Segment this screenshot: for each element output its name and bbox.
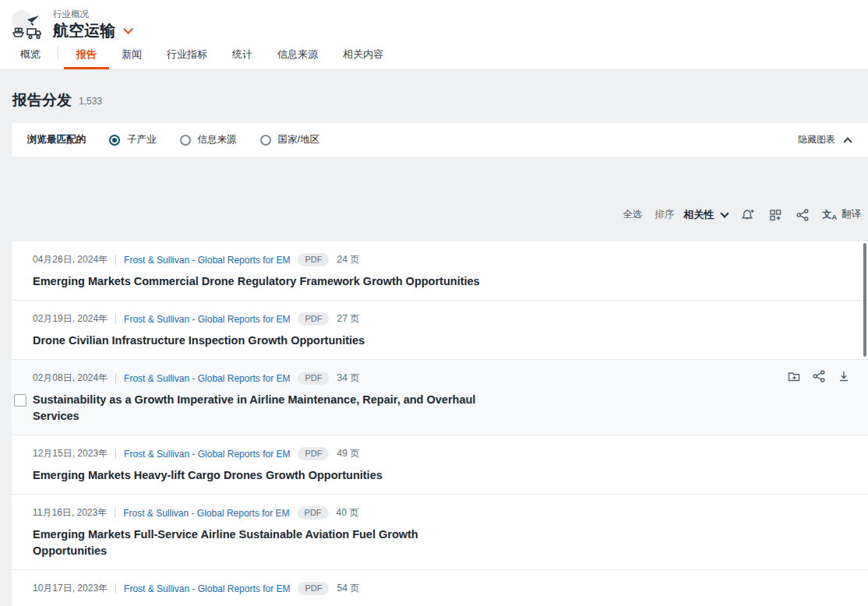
tab-label: 新闻	[122, 48, 142, 60]
report-source-link[interactable]: Frost & Sullivan - Global Reports for EM	[124, 373, 290, 384]
download-icon[interactable]	[837, 369, 851, 383]
tab-label: 报告	[76, 48, 97, 60]
report-meta: 12月15日, 2023年 Frost & Sullivan - Global …	[33, 447, 774, 460]
format-badge: PDF	[298, 506, 329, 520]
grid-add-icon[interactable]	[767, 207, 782, 222]
report-distribution-heading: 报告分发 1,533	[12, 92, 102, 108]
radio-icon	[260, 135, 271, 146]
meta-divider	[115, 314, 116, 324]
industry-brand: 行业概况 航空运输	[9, 6, 132, 44]
report-date: 11月16日, 2023年	[33, 506, 107, 520]
report-row: 04月26日, 2024年 Frost & Sullivan - Global …	[12, 241, 868, 301]
page-title: 航空运输	[53, 22, 115, 39]
share-icon[interactable]	[795, 207, 810, 222]
report-date: 02月19日, 2024年	[33, 312, 108, 326]
list-toolbar: 全选 排序 相关性 文A 翻译	[623, 207, 861, 222]
tab[interactable]: 行业指标	[154, 41, 220, 69]
report-list: 04月26日, 2024年 Frost & Sullivan - Global …	[12, 241, 868, 606]
industry-report-page: { "header": { "eyebrow": "行业概况", "title"…	[0, 0, 868, 606]
add-to-folder-icon[interactable]	[787, 369, 801, 383]
meta-divider	[115, 373, 116, 383]
page-header: 行业概况 航空运输 概览报告新闻行业指标统计信息来源相关内容	[0, 0, 868, 70]
tab[interactable]: 概览	[8, 41, 53, 69]
vertical-scrollbar[interactable]	[863, 243, 866, 357]
hide-chart-toggle[interactable]: 隐藏图表	[798, 133, 851, 146]
report-pages: 49 页	[337, 447, 359, 460]
select-all-button[interactable]: 全选	[623, 208, 642, 221]
report-pages: 24 页	[337, 253, 359, 266]
share-icon[interactable]	[812, 369, 826, 383]
report-row: 10月17日, 2023年 Frost & Sullivan - Global …	[12, 570, 868, 606]
report-source-link[interactable]: Frost & Sullivan - Global Reports for EM	[124, 583, 290, 594]
report-pages: 40 页	[337, 506, 359, 520]
filter-radio-option[interactable]: 信息来源	[180, 133, 237, 146]
report-title[interactable]: Sustainability as a Growth Imperative in…	[33, 392, 485, 425]
meta-divider	[115, 508, 115, 518]
filter-radio-group: 子产业 信息来源 国家/地区	[109, 133, 343, 146]
tab-label: 相关内容	[343, 48, 383, 60]
sort-dropdown[interactable]: 相关性	[683, 208, 728, 222]
format-badge: PDF	[298, 372, 329, 385]
tab[interactable]: 报告	[64, 41, 109, 69]
report-title[interactable]: Emerging Markets Heavy-lift Cargo Drones…	[33, 467, 485, 484]
report-meta: 10月17日, 2023年 Frost & Sullivan - Global …	[33, 582, 774, 595]
tab-label: 统计	[232, 48, 252, 60]
report-count: 1,533	[79, 96, 102, 108]
tab-label: 概览	[20, 48, 41, 60]
report-source-link[interactable]: Frost & Sullivan - Global Reports for EM	[124, 314, 290, 325]
hide-chart-label: 隐藏图表	[798, 133, 835, 146]
section-tabs: 概览报告新闻行业指标统计信息来源相关内容	[8, 41, 396, 69]
format-badge: PDF	[298, 253, 329, 266]
report-source-link[interactable]: Frost & Sullivan - Global Reports for EM	[123, 508, 289, 519]
report-source-link[interactable]: Frost & Sullivan - Global Reports for EM	[124, 255, 290, 266]
format-badge: PDF	[298, 582, 329, 595]
heading-text: 报告分发	[12, 92, 72, 108]
report-pages: 54 页	[337, 582, 359, 595]
radio-icon	[109, 135, 120, 146]
tab[interactable]: 统计	[220, 41, 265, 69]
report-row: 02月19日, 2024年 Frost & Sullivan - Global …	[12, 301, 868, 360]
report-meta: 11月16日, 2023年 Frost & Sullivan - Global …	[33, 506, 774, 520]
report-title[interactable]: Emerging Markets Commercial Drone Regula…	[33, 273, 485, 290]
tab[interactable]: 新闻	[109, 41, 154, 69]
radio-label: 国家/地区	[278, 133, 319, 146]
meta-divider	[115, 449, 116, 459]
report-row: 11月16日, 2023年 Frost & Sullivan - Global …	[12, 495, 868, 570]
report-source-link[interactable]: Frost & Sullivan - Global Reports for EM	[124, 449, 290, 460]
filter-radio-option[interactable]: 国家/地区	[260, 133, 319, 146]
report-rows: 04月26日, 2024年 Frost & Sullivan - Global …	[12, 241, 868, 606]
industry-eyebrow: 行业概况	[53, 9, 132, 20]
industry-titles: 行业概况 航空运输	[53, 6, 132, 39]
report-pages: 27 页	[337, 312, 359, 326]
report-row: 12月15日, 2023年 Frost & Sullivan - Global …	[12, 435, 868, 495]
browse-filter-bar: 浏览最匹配的 子产业 信息来源 国家/地区 隐藏图表	[12, 123, 868, 157]
meta-divider	[115, 255, 116, 265]
filter-radio-option[interactable]: 子产业	[109, 133, 157, 146]
report-date: 04月26日, 2024年	[33, 253, 108, 266]
translate-label: 翻译	[842, 208, 861, 221]
report-meta: 02月08日, 2024年 Frost & Sullivan - Global …	[33, 372, 774, 385]
report-pages: 34 页	[337, 372, 359, 385]
format-badge: PDF	[298, 447, 329, 460]
sort-label: 排序	[655, 208, 674, 221]
tab[interactable]: 相关内容	[330, 41, 396, 69]
radio-label: 子产业	[127, 133, 157, 146]
tab-label: 信息来源	[277, 48, 318, 60]
tab-label: 行业指标	[167, 48, 207, 60]
format-badge: PDF	[298, 312, 329, 326]
translate-button[interactable]: 文A 翻译	[822, 208, 861, 221]
sort-value: 相关性	[683, 208, 714, 222]
report-date: 10月17日, 2023年	[33, 582, 108, 595]
report-title[interactable]: Drone Civilian Infrastructure Inspection…	[33, 333, 485, 349]
transport-industry-icon	[9, 9, 44, 44]
translate-icon: 文A	[822, 208, 837, 221]
filter-label: 浏览最匹配的	[27, 133, 86, 146]
report-checkbox[interactable]	[14, 394, 26, 407]
report-date: 02月08日, 2024年	[33, 372, 108, 385]
tab[interactable]: 信息来源	[265, 41, 330, 69]
chevron-up-icon	[843, 137, 852, 146]
alert-add-icon[interactable]	[740, 207, 755, 222]
report-hover-actions	[787, 369, 851, 383]
report-title[interactable]: Emerging Markets Full-Service Airline Su…	[33, 527, 485, 559]
industry-chevron-down-icon[interactable]	[123, 24, 133, 34]
